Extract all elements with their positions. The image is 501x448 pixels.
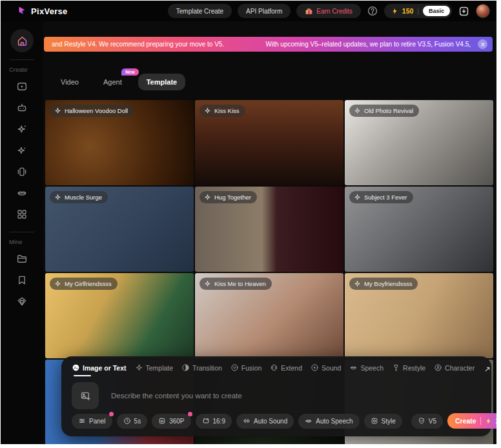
pixverse-app: PixVerse Template Create API Platform Ea… <box>1 1 496 444</box>
sparkle-icon <box>354 194 361 201</box>
create-button[interactable]: Create 20 <box>447 413 496 429</box>
home-icon <box>16 35 28 47</box>
clock-icon <box>123 417 131 425</box>
option-16-9[interactable]: 16:9 <box>196 414 232 429</box>
sparkle-icon <box>354 107 361 114</box>
tab-agent[interactable]: AgentNew <box>95 74 130 90</box>
template-card-title: My Boyfriendssss <box>349 278 418 290</box>
new-badge: New <box>121 68 138 76</box>
sparkle-icon <box>54 280 61 287</box>
prompt-input[interactable] <box>110 391 481 400</box>
template-create-label: Template Create <box>176 8 223 15</box>
sidebar-item-home[interactable] <box>10 29 34 52</box>
sidebar-item-restyle[interactable] <box>11 139 33 161</box>
panel-tab-extend[interactable]: Extend <box>270 363 302 377</box>
api-platform-label: API Platform <box>246 8 282 15</box>
sidebar-item-templates[interactable] <box>11 203 33 225</box>
panel-tab-template[interactable]: Template <box>135 363 174 377</box>
sparkle-icon <box>54 194 61 201</box>
template-card-title: Muscle Surge <box>50 191 108 203</box>
sparkle-dot-icon <box>16 123 28 135</box>
sidebar-item-agent[interactable] <box>11 97 33 118</box>
sparkle-icon <box>204 107 211 114</box>
panel-tab-restyle[interactable]: Restyle <box>392 363 425 377</box>
earn-credits-label: Earn Credits <box>316 8 353 15</box>
template-card-halloween-voodoo-doll[interactable]: Halloween Voodoo Doll <box>45 100 194 185</box>
grid-icon <box>16 209 28 220</box>
panel-tab-character[interactable]: Character <box>434 363 475 377</box>
tab-template[interactable]: Template <box>138 74 185 90</box>
video-icon <box>16 81 28 92</box>
option-5s[interactable]: 5s <box>117 414 148 429</box>
sidebar: Create Mine <box>1 21 43 444</box>
upload-image-button[interactable] <box>72 382 99 409</box>
user-avatar[interactable] <box>476 4 490 18</box>
option-panel[interactable]: Panel <box>72 414 112 429</box>
sparkle-icon <box>204 194 211 201</box>
quality-icon <box>158 417 166 425</box>
template-card-muscle-surge[interactable]: Muscle Surge <box>45 187 194 272</box>
template-card-old-photo-revival[interactable]: Old Photo Revival <box>345 100 493 185</box>
banner-close-button[interactable] <box>478 39 487 49</box>
create-divider <box>480 417 481 425</box>
brand[interactable]: PixVerse <box>16 6 68 17</box>
template-card-my-boyfriendssss[interactable]: My Boyfriendssss <box>345 273 493 358</box>
model-selector[interactable]: V5 <box>411 414 443 429</box>
banner-message-left: and Restyle V4. We recommend preparing y… <box>52 41 224 48</box>
style-icon <box>371 417 378 425</box>
expand-panel-icon[interactable] <box>483 365 492 374</box>
panel-tab-sound[interactable]: Sound <box>311 363 341 377</box>
sidebar-item-favorites[interactable] <box>11 269 33 290</box>
sound-icon <box>311 363 319 372</box>
banner-message-right: With upcoming V5–related updates, we pla… <box>253 41 471 48</box>
download-app-icon[interactable] <box>458 5 470 17</box>
notification-dot <box>188 412 192 416</box>
panel-tab-speech[interactable]: Speech <box>349 363 383 377</box>
sidebar-item-video[interactable] <box>11 76 33 97</box>
template-card-title: Kiss Kiss <box>199 105 245 117</box>
template-card-subject-3-fever[interactable]: Subject 3 Fever <box>345 187 493 272</box>
option-auto-speech[interactable]: Auto Speech <box>298 414 359 429</box>
option-style[interactable]: Style <box>364 414 402 429</box>
sidebar-item-extend[interactable] <box>11 161 33 182</box>
sliders-icon <box>78 417 86 425</box>
option-auto-sound[interactable]: Auto Sound <box>236 414 294 429</box>
image-circle-icon <box>72 363 80 372</box>
earn-credits-button[interactable]: Earn Credits <box>296 4 361 18</box>
template-card-title: Old Photo Revival <box>349 105 419 117</box>
sidebar-create-items <box>11 76 33 225</box>
notification-dot <box>109 412 114 416</box>
sidebar-item-rewards[interactable] <box>11 290 33 312</box>
tab-video[interactable]: Video <box>52 74 87 90</box>
brand-name: PixVerse <box>31 6 68 16</box>
bookmark-icon <box>16 274 28 286</box>
sidebar-item-assets[interactable] <box>11 248 33 269</box>
sidebar-item-lip-sync[interactable] <box>11 182 33 203</box>
credits-pill[interactable]: 150 | Basic <box>384 4 452 18</box>
aspect-icon <box>202 417 210 425</box>
folder-icon <box>16 253 28 265</box>
bolt-icon <box>391 8 398 15</box>
panel-tab-image-or-text[interactable]: Image or Text <box>72 363 127 377</box>
api-platform-button[interactable]: API Platform <box>238 4 291 18</box>
announcement-banner: and Restyle V4. We recommend preparing y… <box>44 37 493 52</box>
template-card-kiss-me-to-heaven[interactable]: Kiss Me to Heaven <box>195 273 343 358</box>
sidebar-item-effects[interactable] <box>11 118 33 139</box>
option-360p[interactable]: 360P <box>152 414 190 429</box>
panel-tab-transition[interactable]: Transition <box>181 363 222 377</box>
plan-badge: Basic <box>423 6 450 16</box>
template-card-hug-together[interactable]: Hug Together <box>195 187 343 272</box>
shield-icon <box>418 417 425 425</box>
template-create-button[interactable]: Template Create <box>168 4 232 18</box>
sparkle-icon <box>204 280 211 287</box>
main-tabs: VideoAgentNewTemplate <box>52 74 185 90</box>
template-card-kiss-kiss[interactable]: Kiss Kiss <box>195 100 343 185</box>
prompt-row <box>61 377 491 413</box>
extend-frame-icon <box>16 166 28 178</box>
lips-icon <box>305 417 312 425</box>
help-icon[interactable] <box>367 5 378 17</box>
add-image-icon <box>79 390 92 402</box>
panel-tab-fusion[interactable]: Fusion <box>230 363 262 377</box>
transition-icon <box>181 363 190 372</box>
template-card-my-girlfriendssss[interactable]: My Girlfriendssss <box>45 273 194 358</box>
